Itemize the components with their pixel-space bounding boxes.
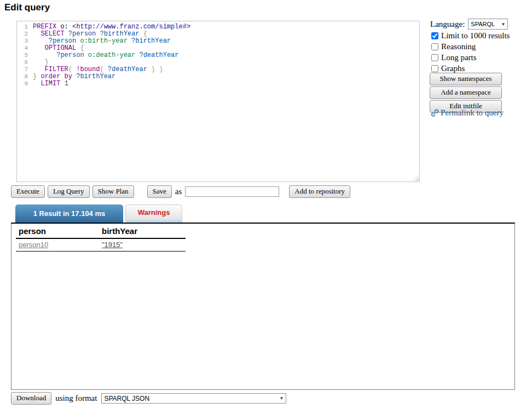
result-cell: person10	[16, 238, 99, 252]
language-select[interactable]: SPARQL ▼	[468, 19, 508, 30]
result-value-link[interactable]: person10	[19, 241, 48, 249]
results-table: personbirthYear person10"1915"	[16, 225, 186, 252]
reasoning-checkbox[interactable]	[431, 43, 438, 50]
code-line[interactable]: ?person o:birth-year ?birthYear	[33, 38, 412, 45]
line-number: 8	[17, 73, 32, 80]
edit-query-page: Edit query 123456789 PREFIX o: <http://w…	[0, 0, 532, 409]
result-cell: "1915"	[99, 238, 186, 252]
long-parts-label[interactable]: Long parts	[441, 53, 477, 62]
show-namespaces-button[interactable]: Show namespaces	[430, 73, 502, 85]
query-editor[interactable]: 123456789 PREFIX o: <http://www.franz.co…	[16, 21, 420, 182]
code-line[interactable]: } order by ?birthYear	[33, 73, 412, 80]
reasoning-label[interactable]: Reasoning	[441, 42, 476, 51]
save-as-input[interactable]	[185, 186, 279, 197]
permalink-link[interactable]: Permalink to query	[430, 108, 504, 118]
namespace-buttons: Show namespaces Add a namespace Edit ini…	[430, 73, 502, 113]
long-parts-checkbox[interactable]	[431, 54, 438, 61]
show-plan-button[interactable]: Show Plan	[92, 185, 134, 198]
language-selected-value: SPARQL	[471, 21, 495, 27]
code-line[interactable]: ?person o:death-year ?deathYear	[33, 52, 412, 59]
code-line[interactable]: LIMIT 1	[33, 80, 412, 87]
dropdown-arrow-icon: ▼	[501, 22, 505, 27]
result-value-link[interactable]: "1915"	[102, 241, 123, 249]
editor-gutter: 123456789	[17, 24, 32, 87]
resize-grip-icon[interactable]	[412, 174, 419, 181]
line-number: 9	[17, 80, 32, 87]
line-number: 1	[17, 24, 32, 31]
query-options: Limit to 1000 results Reasoning Long par…	[431, 30, 510, 74]
line-number: 5	[17, 52, 32, 59]
query-toolbar: Execute Log Query Show Plan Save as Add …	[11, 185, 350, 198]
execute-button[interactable]: Execute	[11, 185, 45, 198]
graphs-checkbox[interactable]	[431, 65, 438, 72]
language-row: Language: SPARQL ▼	[430, 19, 508, 30]
limit-results-label[interactable]: Limit to 1000 results	[441, 31, 510, 40]
editor-code[interactable]: PREFIX o: <http://www.franz.com/simple#>…	[33, 24, 412, 87]
download-row: Download using format SPARQL JSON ▼	[11, 392, 286, 405]
line-number: 7	[17, 66, 32, 73]
permalink-label: Permalink to query	[441, 108, 504, 118]
using-format-label: using format	[55, 394, 97, 403]
page-title: Edit query	[4, 2, 50, 13]
add-namespace-button[interactable]: Add a namespace	[430, 86, 502, 99]
option-reasoning: Reasoning	[431, 41, 510, 52]
download-button[interactable]: Download	[11, 392, 51, 405]
log-query-button[interactable]: Log Query	[48, 185, 90, 198]
tab-results[interactable]: 1 Result in 17.104 ms	[15, 204, 123, 223]
graphs-label[interactable]: Graphs	[441, 64, 465, 73]
format-selected-value: SPARQL JSON	[104, 395, 149, 402]
option-graphs: Graphs	[431, 63, 510, 74]
dropdown-arrow-icon: ▼	[280, 396, 284, 401]
add-to-repository-button[interactable]: Add to repository	[289, 185, 350, 198]
line-number: 2	[17, 31, 32, 38]
results-panel: personbirthYear person10"1915"	[11, 223, 515, 390]
results-body: person10"1915"	[16, 238, 186, 252]
limit-results-checkbox[interactable]	[431, 32, 438, 39]
column-header-person: person	[16, 225, 99, 238]
tab-warnings[interactable]: Warnings	[125, 204, 182, 223]
option-limit-results: Limit to 1000 results	[431, 30, 510, 41]
line-number: 6	[17, 59, 32, 66]
language-label: Language:	[430, 20, 465, 29]
option-long-parts: Long parts	[431, 52, 510, 63]
save-as-label: as	[175, 187, 182, 196]
column-header-birthyear: birthYear	[99, 225, 186, 238]
line-number: 4	[17, 45, 32, 52]
chain-link-icon	[430, 108, 440, 118]
results-header-row: personbirthYear	[16, 225, 186, 238]
format-select[interactable]: SPARQL JSON ▼	[101, 393, 286, 404]
save-button[interactable]: Save	[147, 185, 172, 198]
result-tabs: 1 Result in 17.104 ms Warnings	[15, 204, 182, 223]
table-row: person10"1915"	[16, 238, 186, 252]
line-number: 3	[17, 38, 32, 45]
